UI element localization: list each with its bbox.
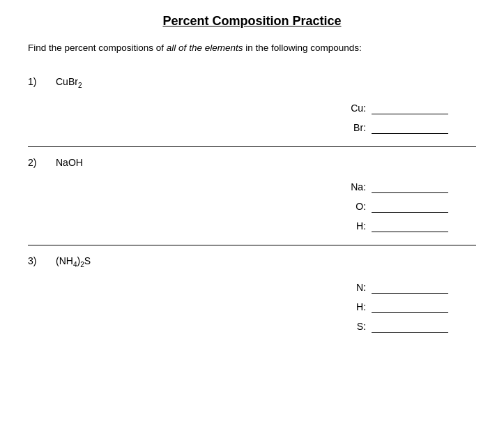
answer-line-cu	[372, 102, 448, 114]
instructions-text2: in the following compounds:	[243, 43, 361, 53]
answer-line-s	[372, 320, 448, 333]
problem-2-compound: NaOH	[56, 157, 83, 168]
problem-1-header: 1) CuBr2	[28, 69, 476, 95]
element-label-n: N:	[349, 282, 366, 293]
element-label-h2: H:	[349, 220, 366, 232]
element-label-br: Br:	[349, 122, 366, 133]
element-label-s: S:	[349, 321, 366, 332]
answer-row-o: O:	[349, 200, 448, 213]
divider-1	[28, 146, 476, 147]
instructions-italic: all of the elements	[167, 43, 243, 53]
answer-line-na	[372, 181, 448, 193]
answer-line-h3	[372, 301, 448, 313]
answer-line-br	[372, 121, 448, 134]
problems-container: 1) CuBr2 Cu: Br: 2) NaOH Na:	[28, 69, 476, 333]
answer-row-na: Na:	[349, 181, 448, 193]
problem-3-answers: N: H: S:	[28, 281, 476, 333]
problem-2-number: 2)	[28, 157, 56, 168]
answer-line-o	[372, 200, 448, 213]
element-label-cu: Cu:	[349, 103, 366, 114]
instructions-text1: Find the percent compositions of	[28, 43, 167, 53]
problem-3-number: 3)	[28, 255, 56, 266]
problem-3-compound: (NH4)2S	[56, 255, 91, 268]
problem-2-answers: Na: O: H:	[28, 181, 476, 232]
element-label-na: Na:	[349, 181, 366, 192]
answer-row-br: Br:	[349, 121, 448, 134]
element-label-o: O:	[349, 201, 366, 212]
answer-row-h2: H:	[349, 220, 448, 232]
answer-row-n: N:	[349, 281, 448, 294]
problem-1-number: 1)	[28, 76, 56, 87]
problem-1-answers: Cu: Br:	[28, 102, 476, 134]
problem-1: 1) CuBr2 Cu: Br:	[28, 69, 476, 147]
element-label-h3: H:	[349, 301, 366, 312]
answer-line-h2	[372, 220, 448, 232]
problem-1-compound: CuBr2	[56, 76, 82, 89]
answer-row-h3: H:	[349, 301, 448, 313]
answer-row-s: S:	[349, 320, 448, 333]
problem-3: 3) (NH4)2S N: H: S:	[28, 248, 476, 333]
page-title: Percent Composition Practice	[28, 14, 476, 29]
problem-3-header: 3) (NH4)2S	[28, 248, 476, 274]
instructions: Find the percent compositions of all of …	[28, 41, 476, 55]
answer-row-cu: Cu:	[349, 102, 448, 114]
answer-line-n	[372, 281, 448, 294]
problem-2-header: 2) NaOH	[28, 150, 476, 174]
problem-2: 2) NaOH Na: O: H:	[28, 150, 476, 245]
divider-2	[28, 245, 476, 245]
